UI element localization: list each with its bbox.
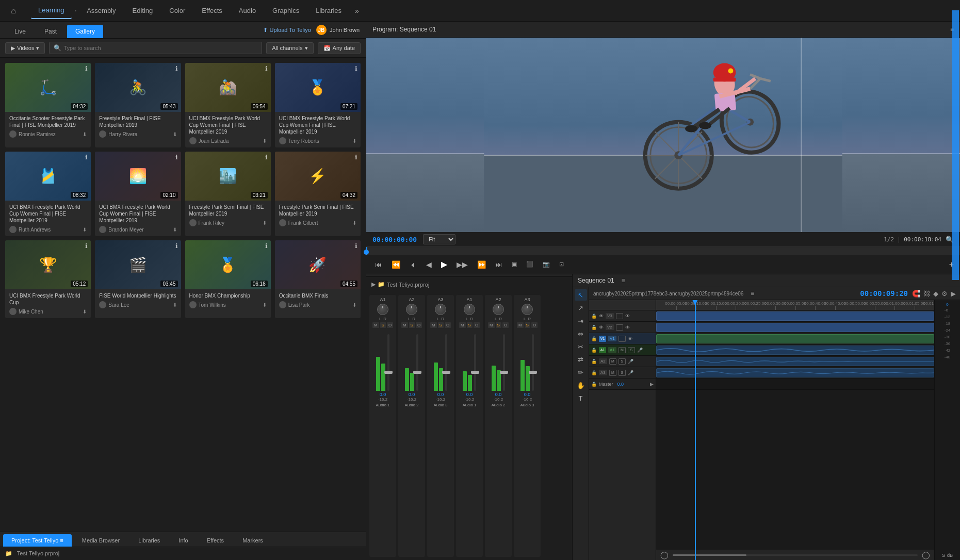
nav-tab-effects[interactable]: Effects: [194, 3, 230, 19]
video-info-icon-7[interactable]: ℹ: [265, 154, 268, 161]
nav-tab-graphics[interactable]: Graphics: [265, 3, 306, 19]
video-card-7[interactable]: 🏙️ 03:21 ℹ Freestyle Park Semi Final | F…: [185, 152, 271, 236]
ch-o-btn-2[interactable]: O: [445, 322, 451, 328]
v3-sync-btn[interactable]: [616, 313, 623, 319]
ch-fader-handle-0[interactable]: [384, 371, 393, 374]
a2-m-btn[interactable]: M: [609, 358, 616, 365]
ch-fader-track-0[interactable]: [387, 334, 389, 391]
download-icon-11[interactable]: ⬇: [263, 302, 267, 308]
a1-clip[interactable]: [656, 345, 934, 355]
ch-s-btn-0[interactable]: S: [380, 322, 386, 328]
download-icon-7[interactable]: ⬇: [263, 220, 267, 226]
video-type-dropdown[interactable]: ▶ Videos ▾: [5, 42, 45, 54]
ch-o-btn-5[interactable]: O: [531, 322, 538, 328]
video-info-icon-10[interactable]: ℹ: [175, 242, 178, 250]
nav-tab-color[interactable]: Color: [162, 3, 192, 19]
v2-clip[interactable]: [656, 323, 934, 332]
export-frame-button[interactable]: 📷: [540, 259, 552, 269]
ch-o-btn-0[interactable]: O: [387, 322, 393, 328]
nav-tab-libraries[interactable]: Libraries: [308, 3, 349, 19]
type-tool[interactable]: T: [575, 392, 587, 404]
clip-menu[interactable]: ≡: [751, 290, 754, 297]
nav-tab-learning[interactable]: Learning: [31, 2, 72, 19]
date-filter-dropdown[interactable]: 📅 Any date: [318, 42, 361, 54]
video-card-1[interactable]: 🛴 04:32 ℹ Occitanie Scooter Freestyle Pa…: [5, 63, 91, 147]
master-expand[interactable]: ▶: [650, 382, 654, 387]
v1-clip[interactable]: [656, 334, 934, 343]
pen-tool[interactable]: ✏: [575, 367, 587, 378]
ch-fader-handle-3[interactable]: [471, 371, 479, 374]
v3-eye[interactable]: 👁: [599, 314, 604, 319]
nav-more-icon[interactable]: »: [351, 5, 363, 17]
ch-fader-handle-4[interactable]: [500, 371, 508, 374]
tab-markers[interactable]: Markers: [234, 534, 271, 547]
video-card-5[interactable]: 🎽 08:32 ℹ UCI BMX Freestyle Park World C…: [5, 152, 91, 236]
nav-tab-audio[interactable]: Audio: [232, 3, 263, 19]
a3-m-btn[interactable]: M: [609, 370, 616, 376]
track-select-tool[interactable]: ↗: [575, 302, 587, 314]
program-scrubber[interactable]: [366, 246, 960, 255]
nav-tab-editing[interactable]: Editing: [125, 3, 160, 19]
tab-gallery[interactable]: Gallery: [67, 25, 103, 38]
v2-sync-btn[interactable]: [616, 324, 623, 331]
v1-eye[interactable]: 👁: [628, 336, 632, 341]
download-icon-6[interactable]: ⬇: [173, 227, 177, 233]
safe-margin-button[interactable]: ⊡: [557, 259, 566, 269]
a3-clip[interactable]: [656, 368, 934, 377]
video-card-12[interactable]: 🚀 04:55 ℹ Occitanie BMX Finals Lisa Park…: [275, 240, 361, 318]
frame-back-button[interactable]: ⏴: [407, 259, 419, 270]
tab-live[interactable]: Live: [6, 25, 34, 38]
ch-fader-track-5[interactable]: [532, 334, 534, 391]
video-card-9[interactable]: 🏆 05:12 ℹ UCI BMX Freestyle Park World C…: [5, 240, 91, 318]
download-icon-8[interactable]: ⬇: [352, 220, 356, 226]
v1-source-btn[interactable]: V1: [599, 336, 606, 342]
ch-knob-3[interactable]: [464, 304, 475, 315]
ch-knob-1[interactable]: [406, 304, 417, 315]
play-button[interactable]: ▶: [438, 258, 450, 271]
ch-knob-0[interactable]: [377, 304, 388, 315]
video-info-icon-2[interactable]: ℹ: [175, 65, 178, 72]
video-card-6[interactable]: 🌅 02:10 ℹ UCI BMX Freestyle Park World C…: [95, 152, 181, 236]
video-info-icon-6[interactable]: ℹ: [175, 154, 178, 161]
tl-link-icon[interactable]: ⛓: [923, 290, 930, 298]
ch-s-btn-1[interactable]: S: [409, 322, 415, 328]
ch-m-btn-3[interactable]: M: [459, 322, 466, 328]
tl-settings-icon[interactable]: ⚙: [941, 290, 948, 298]
channels-dropdown[interactable]: All channels ▾: [266, 42, 313, 54]
v3-clip[interactable]: [656, 311, 934, 321]
a1-source-btn[interactable]: A1: [599, 347, 606, 353]
tl-magnet-icon[interactable]: 🧲: [912, 290, 920, 298]
ch-m-btn-0[interactable]: M: [372, 322, 379, 328]
ch-knob-4[interactable]: [493, 304, 504, 315]
download-icon-4[interactable]: ⬇: [352, 138, 356, 144]
ch-s-btn-5[interactable]: S: [525, 322, 530, 328]
ch-knob-2[interactable]: [435, 304, 446, 315]
tab-libraries[interactable]: Libraries: [130, 534, 168, 547]
step-prev-button[interactable]: ⏪: [389, 259, 403, 270]
a1-m-btn[interactable]: M: [619, 347, 626, 353]
video-card-10[interactable]: 🎬 03:45 ℹ FISE World Montpellier Highlig…: [95, 240, 181, 318]
video-card-11[interactable]: 🏅 06:18 ℹ Honor BMX Championship Tom Wil…: [185, 240, 271, 318]
ch-s-btn-3[interactable]: S: [467, 322, 473, 328]
zoom-in-icon[interactable]: ◯: [922, 551, 930, 559]
v2-eye[interactable]: 👁: [599, 325, 604, 330]
download-icon-9[interactable]: ⬇: [83, 309, 87, 315]
ch-o-btn-3[interactable]: O: [474, 322, 480, 328]
a2-s-btn[interactable]: S: [619, 358, 626, 365]
video-card-2[interactable]: 🚴 05:43 ℹ Freestyle Park Final | FISE Mo…: [95, 63, 181, 147]
nav-tab-assembly[interactable]: Assembly: [79, 3, 123, 19]
overwrite-button[interactable]: ⬛: [524, 259, 536, 269]
ch-s-btn-4[interactable]: S: [496, 322, 501, 328]
video-info-icon-5[interactable]: ℹ: [85, 154, 88, 161]
download-icon-10[interactable]: ⬇: [173, 302, 177, 308]
ch-fader-track-2[interactable]: [445, 334, 447, 391]
video-info-icon-3[interactable]: ℹ: [265, 65, 268, 72]
rolling-edit-tool[interactable]: ⇔: [575, 328, 587, 339]
tl-marker-icon[interactable]: ◆: [933, 290, 938, 298]
download-icon-1[interactable]: ⬇: [83, 131, 87, 137]
step-end-button[interactable]: ⏭: [493, 259, 505, 270]
tab-info[interactable]: Info: [170, 534, 196, 547]
fit-mode-select[interactable]: Fit 25% 50% 100%: [423, 234, 455, 244]
ripple-edit-tool[interactable]: ⇥: [575, 315, 587, 326]
home-icon[interactable]: ⌂: [6, 4, 21, 18]
